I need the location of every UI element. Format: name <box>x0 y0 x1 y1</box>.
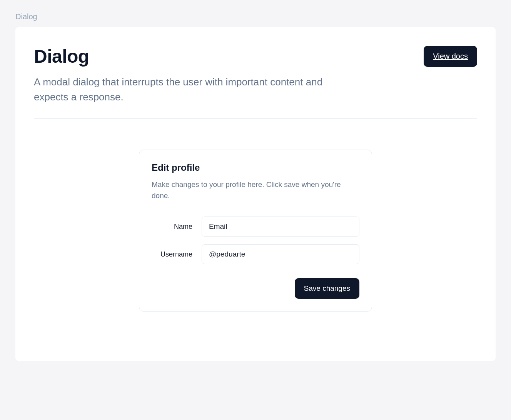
dialog-title: Edit profile <box>152 162 359 173</box>
form-row-name: Name <box>152 217 359 237</box>
docs-card: Dialog View docs A modal dialog that int… <box>15 27 496 361</box>
username-input[interactable] <box>202 244 359 264</box>
username-label: Username <box>152 250 202 258</box>
view-docs-button[interactable]: View docs <box>424 46 477 67</box>
form-row-username: Username <box>152 244 359 264</box>
header-row: Dialog View docs <box>34 46 477 67</box>
save-changes-button[interactable]: Save changes <box>295 278 359 299</box>
dialog-box: Edit profile Make changes to your profil… <box>139 150 372 312</box>
dialog-description: Make changes to your profile here. Click… <box>152 179 359 201</box>
name-input[interactable] <box>202 217 359 237</box>
page-description: A modal dialog that interrupts the user … <box>34 75 334 105</box>
dialog-footer: Save changes <box>152 278 359 299</box>
name-label: Name <box>152 223 202 231</box>
page-title: Dialog <box>34 46 89 67</box>
example-area: Edit profile Make changes to your profil… <box>34 150 477 342</box>
divider <box>34 118 477 119</box>
breadcrumb: Dialog <box>0 0 511 27</box>
